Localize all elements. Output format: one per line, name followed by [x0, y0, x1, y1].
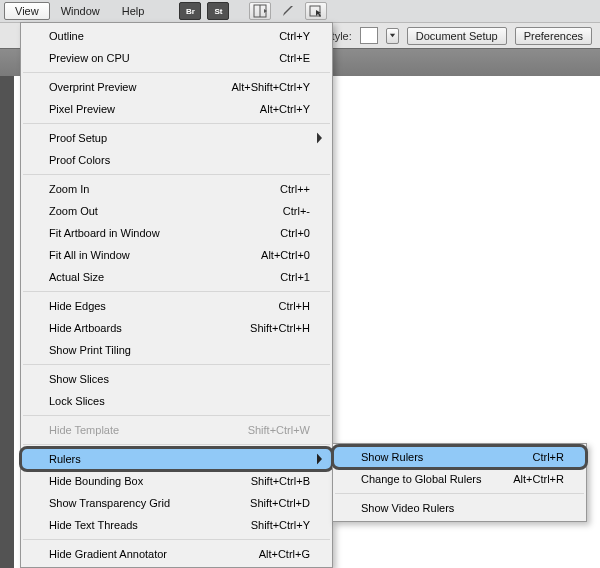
bridge-icon[interactable]: Br — [179, 2, 201, 20]
separator — [23, 539, 330, 540]
submenu-item-show-video[interactable]: Show Video Rulers — [333, 497, 586, 519]
menu-item-show-slices[interactable]: Show Slices — [21, 368, 332, 390]
menu-view-label: View — [15, 5, 39, 17]
menu-item-fit-artboard[interactable]: Fit Artboard in WindowCtrl+0 — [21, 222, 332, 244]
menu-item-hide-gradient-annot[interactable]: Hide Gradient AnnotatorAlt+Ctrl+G — [21, 543, 332, 565]
menu-item-proof-colors[interactable]: Proof Colors — [21, 149, 332, 171]
menu-item-lock-slices[interactable]: Lock Slices — [21, 390, 332, 412]
menu-help[interactable]: Help — [111, 2, 156, 20]
menu-item-hide-artboards[interactable]: Hide ArtboardsShift+Ctrl+H — [21, 317, 332, 339]
cursor-panel-icon[interactable] — [305, 2, 327, 20]
document-setup-label: Document Setup — [416, 30, 498, 42]
chevron-right-icon — [316, 454, 324, 465]
menu-window[interactable]: Window — [50, 2, 111, 20]
menu-item-actual-size[interactable]: Actual SizeCtrl+1 — [21, 266, 332, 288]
menu-window-label: Window — [61, 5, 100, 17]
menu-bar: View Window Help Br St — [0, 0, 600, 22]
preferences-button[interactable]: Preferences — [515, 27, 592, 45]
menu-item-hide-text-threads[interactable]: Hide Text ThreadsShift+Ctrl+Y — [21, 514, 332, 536]
preferences-label: Preferences — [524, 30, 583, 42]
view-menu: OutlineCtrl+Y Preview on CPUCtrl+E Overp… — [20, 22, 333, 568]
submenu-item-show-rulers[interactable]: Show RulersCtrl+R — [333, 446, 586, 468]
menu-item-preview-cpu[interactable]: Preview on CPUCtrl+E — [21, 47, 332, 69]
menu-item-fit-all[interactable]: Fit All in WindowAlt+Ctrl+0 — [21, 244, 332, 266]
menu-item-show-transparency[interactable]: Show Transparency GridShift+Ctrl+D — [21, 492, 332, 514]
chevron-right-icon — [316, 133, 324, 144]
toolbar-icons: Br St — [179, 2, 327, 20]
menu-item-hide-edges[interactable]: Hide EdgesCtrl+H — [21, 295, 332, 317]
menu-item-proof-setup[interactable]: Proof Setup — [21, 127, 332, 149]
separator — [23, 444, 330, 445]
separator — [23, 364, 330, 365]
menu-item-pixel-preview[interactable]: Pixel PreviewAlt+Ctrl+Y — [21, 98, 332, 120]
menu-view[interactable]: View — [4, 2, 50, 20]
submenu-item-change-global[interactable]: Change to Global RulersAlt+Ctrl+R — [333, 468, 586, 490]
separator — [23, 415, 330, 416]
menu-item-hide-template: Hide TemplateShift+Ctrl+W — [21, 419, 332, 441]
separator — [23, 72, 330, 73]
separator — [335, 493, 584, 494]
arrange-icon[interactable] — [249, 2, 271, 20]
menu-item-zoom-in[interactable]: Zoom InCtrl++ — [21, 178, 332, 200]
menu-help-label: Help — [122, 5, 145, 17]
menu-item-hide-bounding[interactable]: Hide Bounding BoxShift+Ctrl+B — [21, 470, 332, 492]
stock-icon[interactable]: St — [207, 2, 229, 20]
menu-item-rulers[interactable]: Rulers — [21, 448, 332, 470]
rulers-submenu: Show RulersCtrl+R Change to Global Ruler… — [332, 443, 587, 522]
menu-item-zoom-out[interactable]: Zoom OutCtrl+- — [21, 200, 332, 222]
separator — [23, 291, 330, 292]
menu-item-show-print-tiling[interactable]: Show Print Tiling — [21, 339, 332, 361]
feather-icon[interactable] — [277, 2, 299, 20]
menu-item-overprint-preview[interactable]: Overprint PreviewAlt+Shift+Ctrl+Y — [21, 76, 332, 98]
separator — [23, 174, 330, 175]
separator — [23, 123, 330, 124]
menu-item-outline[interactable]: OutlineCtrl+Y — [21, 25, 332, 47]
document-setup-button[interactable]: Document Setup — [407, 27, 507, 45]
style-swatch[interactable] — [360, 27, 378, 44]
style-dropdown[interactable] — [386, 28, 399, 44]
